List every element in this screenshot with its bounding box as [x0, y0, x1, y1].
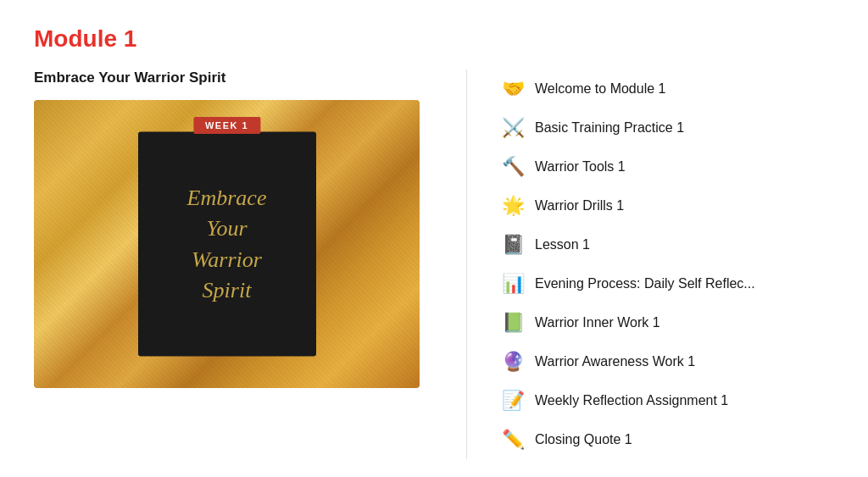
lesson-icon-weekly-reflection: 📝	[501, 390, 525, 412]
lesson-icon-welcome: 🤝	[501, 78, 525, 100]
lesson-item-warrior-awareness[interactable]: 🔮Warrior Awareness Work 1	[501, 342, 834, 381]
right-panel: 🤝Welcome to Module 1⚔️Basic Training Pra…	[476, 69, 834, 459]
lesson-item-evening-process[interactable]: 📊Evening Process: Daily Self Reflec...	[501, 264, 834, 303]
lesson-list: 🤝Welcome to Module 1⚔️Basic Training Pra…	[501, 69, 834, 459]
lesson-label-weekly-reflection: Weekly Reflection Assignment 1	[535, 393, 728, 408]
page-subtitle: Embrace Your Warrior Spirit	[34, 69, 424, 86]
lesson-label-warrior-inner-work: Warrior Inner Work 1	[535, 315, 660, 330]
lesson-icon-warrior-inner-work: 📗	[501, 312, 525, 334]
inner-card: EmbraceYourWarriorSpirit	[138, 132, 316, 357]
lesson-item-warrior-tools[interactable]: 🔨Warrior Tools 1	[501, 147, 834, 186]
lesson-label-warrior-drills: Warrior Drills 1	[535, 198, 624, 214]
lesson-icon-lesson: 📓	[501, 234, 525, 256]
module-title: Module 1	[34, 25, 834, 53]
lesson-icon-evening-process: 📊	[501, 273, 525, 295]
lesson-icon-basic-training: ⚔️	[501, 117, 525, 139]
lesson-label-welcome: Welcome to Module 1	[535, 81, 665, 97]
left-panel: Embrace Your Warrior Spirit WEEK 1 Embra…	[34, 69, 458, 459]
lesson-label-warrior-tools: Warrior Tools 1	[535, 159, 626, 175]
lesson-label-basic-training: Basic Training Practice 1	[535, 120, 684, 136]
lesson-item-basic-training[interactable]: ⚔️Basic Training Practice 1	[501, 108, 834, 147]
lesson-icon-warrior-awareness: 🔮	[501, 351, 525, 373]
module-image: WEEK 1 EmbraceYourWarriorSpirit	[34, 100, 420, 388]
lesson-label-closing-quote: Closing Quote 1	[535, 432, 632, 447]
lesson-item-lesson[interactable]: 📓Lesson 1	[501, 225, 834, 264]
lesson-item-warrior-inner-work[interactable]: 📗Warrior Inner Work 1	[501, 303, 834, 342]
lesson-label-warrior-awareness: Warrior Awareness Work 1	[535, 354, 695, 369]
card-text: EmbraceYourWarriorSpirit	[187, 182, 267, 306]
week-badge: WEEK 1	[193, 117, 260, 134]
page-container: Module 1 Embrace Your Warrior Spirit WEE…	[0, 0, 868, 477]
lesson-icon-warrior-tools: 🔨	[501, 156, 525, 178]
lesson-icon-warrior-drills: 🌟	[501, 195, 525, 217]
lesson-item-welcome[interactable]: 🤝Welcome to Module 1	[501, 69, 834, 108]
lesson-label-evening-process: Evening Process: Daily Self Reflec...	[535, 276, 755, 291]
content-area: Embrace Your Warrior Spirit WEEK 1 Embra…	[34, 69, 834, 459]
lesson-item-warrior-drills[interactable]: 🌟Warrior Drills 1	[501, 186, 834, 225]
lesson-item-weekly-reflection[interactable]: 📝Weekly Reflection Assignment 1	[501, 381, 834, 420]
lesson-icon-closing-quote: ✏️	[501, 429, 525, 451]
lesson-label-lesson: Lesson 1	[535, 237, 590, 252]
lesson-item-closing-quote[interactable]: ✏️Closing Quote 1	[501, 420, 834, 459]
vertical-divider	[466, 69, 467, 459]
